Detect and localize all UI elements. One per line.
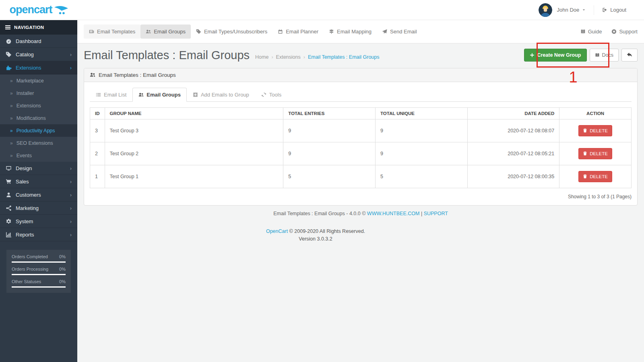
breadcrumb-extensions[interactable]: Extensions [276, 54, 301, 60]
chevron-right-icon: › [70, 65, 72, 70]
gear-icon [6, 218, 12, 224]
cell-total-entries: 9 [283, 119, 376, 142]
strip-tools: Guide Support [580, 29, 638, 35]
sidebar-subitem-events[interactable]: »Events [0, 149, 77, 162]
breadcrumb-home[interactable]: Home [255, 54, 268, 60]
sidebar-item-dashboard[interactable]: Dashboard [0, 35, 77, 48]
share-icon [6, 205, 12, 211]
tab-email-planner[interactable]: Email Planner [272, 25, 324, 39]
cell-total-entries: 9 [283, 142, 376, 165]
recycle-icon [261, 92, 266, 97]
guide-link[interactable]: Guide [580, 29, 602, 35]
panel-tabs: Email List Email Groups Add Emails to Gr… [90, 88, 632, 102]
tab-email-groups[interactable]: Email Groups [140, 25, 191, 39]
stat-progress-bar [12, 286, 66, 288]
extensions-submenu: »Marketplace »Installer »Extensions »Mod… [0, 74, 77, 162]
page-title: Email Templates : Email Groups [84, 48, 250, 62]
version-text: Version 3.0.3.2 [0, 235, 631, 243]
delete-label: DELETE [590, 151, 608, 156]
sidebar-subitem-installer[interactable]: »Installer [0, 87, 77, 99]
copyright-text: © 2009-2020 All Rights Reserved. [289, 228, 365, 234]
sidebar-subitem-productivity-apps[interactable]: »Productivity Apps [0, 124, 77, 137]
user-zone: John Doe Logout [539, 3, 644, 17]
tag-icon [196, 29, 201, 34]
tab-email-list[interactable]: Email List [90, 88, 132, 102]
docs-button[interactable]: Docs [590, 49, 619, 62]
subitem-label: Extensions [17, 103, 41, 109]
col-action: ACTION [559, 107, 632, 119]
delete-button[interactable]: DELETE [578, 171, 612, 182]
stat-label: Orders Completed [12, 254, 48, 259]
header-buttons: Create New Group Docs [524, 49, 638, 62]
opencart-link[interactable]: OpenCart [266, 228, 288, 234]
tab-label: Email Groups [154, 29, 186, 35]
tab-email-groups-inner[interactable]: Email Groups [132, 88, 187, 102]
module-footer-text: Email Templates : Email Groups - 4.0.0 © [273, 211, 365, 216]
double-angle-icon: » [10, 103, 13, 109]
trash-icon [583, 128, 587, 133]
cell-total-unique: 5 [375, 165, 467, 188]
sidebar-item-marketing[interactable]: Marketing › [0, 202, 77, 215]
sidebar-item-customers[interactable]: Customers › [0, 188, 77, 202]
tab-email-mapping[interactable]: Email Mapping [324, 25, 377, 39]
delete-button[interactable]: DELETE [578, 148, 612, 159]
sidebar-item-extensions[interactable]: Extensions › [0, 61, 77, 74]
opencart-cart-icon [54, 5, 68, 15]
sidebar-item-sales[interactable]: Sales › [0, 175, 77, 188]
book-icon [580, 29, 586, 34]
opencart-logo[interactable]: opencart [0, 4, 77, 15]
huntbee-link[interactable]: WWW.HUNTBEE.COM [367, 211, 420, 216]
cell-id: 2 [90, 142, 105, 165]
main-content: Email Templates Email Groups Email Types… [77, 20, 644, 362]
life-ring-icon [611, 29, 617, 34]
subitem-label: Productivity Apps [17, 128, 55, 134]
support-footer-link[interactable]: SUPPORT [424, 211, 448, 216]
col-date-added: DATE ADDED [467, 107, 559, 119]
guide-label: Guide [588, 29, 602, 35]
tab-tools[interactable]: Tools [255, 88, 287, 102]
users-icon [138, 92, 144, 97]
docs-button-label: Docs [602, 52, 613, 58]
header-divider [594, 5, 594, 15]
sidebar-item-catalog[interactable]: Catalog › [0, 48, 77, 61]
sidebar-subitem-extensions[interactable]: »Extensions [0, 99, 77, 112]
sidebar-subitem-seo-extensions[interactable]: »SEO Extensions [0, 137, 77, 149]
delete-label: DELETE [590, 128, 608, 133]
double-angle-icon: » [10, 140, 13, 146]
book-icon [595, 53, 600, 58]
tab-add-emails-to-group[interactable]: Add Emails to Group [187, 88, 255, 102]
logout-button[interactable]: Logout [602, 7, 626, 13]
breadcrumb-current[interactable]: Email Templates : Email Groups [308, 54, 380, 60]
tag-icon [6, 51, 12, 58]
avatar-image [539, 3, 552, 17]
create-new-group-button[interactable]: Create New Group [524, 49, 586, 62]
stat-value: 0% [59, 267, 66, 272]
sidebar-subitem-modifications[interactable]: »Modifications [0, 112, 77, 124]
delete-button[interactable]: DELETE [578, 125, 612, 136]
tab-email-templates[interactable]: Email Templates [84, 25, 140, 39]
tab-send-email[interactable]: Send Email [377, 25, 422, 39]
delete-label: DELETE [590, 174, 608, 179]
stat-progress-bar [12, 261, 66, 263]
sidebar-item-design[interactable]: Design › [0, 162, 77, 175]
sidebar-item-reports[interactable]: Reports › [0, 228, 77, 241]
support-link[interactable]: Support [611, 29, 638, 35]
sidebar-item-label: Catalog [16, 51, 34, 58]
user-avatar[interactable] [539, 3, 552, 17]
stat-label: Other Statuses [12, 279, 41, 284]
table-header-row: ID GROUP NAME TOTAL ENTRIES TOTAL UNIQUE… [90, 107, 632, 119]
sidebar-item-label: Design [16, 165, 32, 171]
tab-email-types-unsubscribers[interactable]: Email Types/Unsubscribers [191, 25, 272, 39]
sidebar-subitem-marketplace[interactable]: »Marketplace [0, 74, 77, 87]
caret-down-icon[interactable] [582, 8, 586, 12]
breadcrumb-separator: › [271, 54, 273, 60]
hamburger-icon [5, 25, 10, 29]
create-button-label: Create New Group [537, 52, 581, 58]
sidebar-item-system[interactable]: System › [0, 215, 77, 228]
double-angle-icon: » [10, 115, 13, 121]
panel-body: Email List Email Groups Add Emails to Gr… [84, 82, 637, 205]
plus-square-icon [193, 92, 198, 97]
user-name-dropdown[interactable]: John Doe [557, 7, 580, 13]
back-button[interactable] [621, 49, 638, 62]
chevron-right-icon: › [70, 166, 72, 171]
